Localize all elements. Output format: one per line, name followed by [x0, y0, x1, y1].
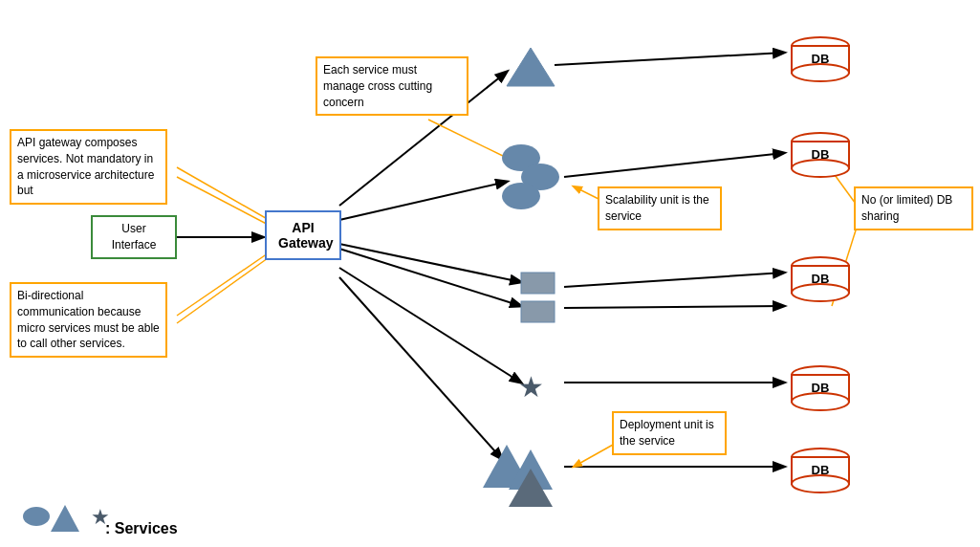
svg-point-45 [502, 183, 540, 209]
svg-marker-53 [51, 505, 79, 532]
svg-rect-47 [521, 301, 555, 322]
svg-point-52 [23, 507, 50, 526]
svg-line-7 [555, 53, 784, 65]
svg-line-17 [177, 258, 268, 323]
svg-line-14 [177, 167, 277, 225]
legend-label: : Services [105, 520, 178, 536]
api-gateway-compose-label: API gateway composes services. Not manda… [17, 136, 154, 197]
svg-text:DB: DB [812, 52, 830, 66]
svg-line-2 [339, 182, 507, 220]
scalability-label: Scalability unit is the service [605, 193, 709, 223]
user-interface-label: User Interface [112, 222, 157, 252]
svg-line-10 [564, 306, 784, 308]
cross-cutting-label-box: Each service must manage cross cutting c… [316, 56, 468, 116]
svg-text:DB: DB [812, 272, 830, 286]
api-gateway-box: API Gateway [265, 210, 341, 260]
api-gateway-compose-box: API gateway composes services. Not manda… [10, 129, 167, 205]
svg-text:DB: DB [812, 381, 830, 395]
svg-point-40 [792, 475, 849, 492]
svg-marker-42 [507, 48, 555, 86]
svg-point-28 [792, 160, 849, 177]
legend: : Services [105, 520, 178, 537]
svg-text:DB: DB [812, 147, 830, 162]
svg-text:★: ★ [518, 371, 544, 403]
svg-point-24 [792, 64, 849, 81]
no-db-sharing-box: No (or limited) DB sharing [854, 186, 973, 230]
scalability-box: Scalability unit is the service [598, 186, 722, 230]
cross-cutting-label: Each service must manage cross cutting c… [323, 63, 432, 109]
svg-line-8 [564, 153, 784, 177]
deployment-label: Deployment unit is the service [620, 418, 714, 448]
architecture-svg: DB DB DB DB DB ★ [0, 0, 980, 547]
bi-directional-box: Bi-directional communication because mic… [10, 282, 167, 358]
no-db-sharing-label: No (or limited) DB sharing [861, 193, 952, 223]
svg-point-36 [792, 393, 849, 410]
api-gateway-label: API Gateway [278, 220, 334, 251]
svg-line-5 [339, 268, 521, 383]
svg-text:DB: DB [812, 463, 830, 477]
user-interface-box: User Interface [91, 215, 177, 259]
svg-line-16 [177, 253, 268, 316]
svg-rect-46 [521, 273, 555, 294]
deployment-box: Deployment unit is the service [612, 411, 727, 455]
svg-line-9 [564, 273, 784, 287]
svg-line-6 [339, 277, 502, 459]
svg-line-13 [428, 120, 507, 158]
bi-directional-label: Bi-directional communication because mic… [17, 289, 160, 350]
svg-point-32 [792, 284, 849, 301]
diagram: DB DB DB DB DB ★ [0, 0, 980, 547]
svg-line-15 [177, 177, 277, 230]
